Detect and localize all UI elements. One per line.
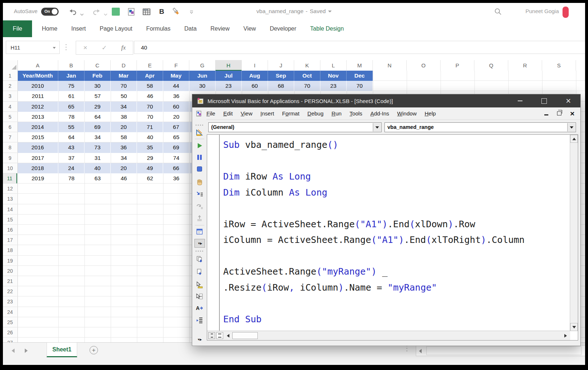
table-cell[interactable]: 44 [163, 81, 189, 91]
row-header-13[interactable]: 13 [3, 194, 17, 204]
column-header-I[interactable]: I [242, 60, 268, 71]
prev-sheet-icon[interactable] [12, 349, 15, 353]
toolbar-grip[interactable] [196, 251, 197, 252]
row-header-15[interactable]: 15 [3, 214, 17, 225]
table-cell[interactable]: 30 [84, 81, 111, 91]
vba-menu-help[interactable]: Help [421, 110, 440, 117]
vba-menu-tools[interactable]: Tools [346, 110, 366, 117]
table-cell[interactable]: 63 [84, 173, 111, 184]
procedure-view-icon[interactable] [208, 332, 215, 339]
vba-menu-insert[interactable]: Insert [256, 110, 278, 117]
cancel-icon[interactable]: × [83, 44, 87, 52]
break-icon[interactable] [195, 153, 204, 162]
row-header-27[interactable]: 27 [3, 338, 17, 342]
table-cell[interactable]: 2018 [17, 163, 58, 173]
table-cell[interactable]: May [163, 71, 189, 81]
row-header-12[interactable]: 12 [3, 184, 17, 194]
row-header-18[interactable]: 18 [3, 245, 17, 255]
tab-page-layout[interactable]: Page Layout [93, 20, 139, 37]
toolbar-options-icon[interactable]: ▼▶ [194, 335, 204, 343]
table-cell[interactable]: Jan [58, 71, 84, 81]
column-header-D[interactable]: D [111, 60, 137, 71]
table-cell[interactable]: 69 [163, 142, 189, 153]
table-cell[interactable]: 70 [137, 112, 163, 122]
tab-file[interactable]: File [3, 20, 32, 37]
table-cell[interactable]: 65 [163, 132, 189, 142]
column-header-B[interactable]: B [58, 60, 84, 71]
toolbar-options-icon[interactable]: ▼▶ [194, 239, 205, 248]
scroll-up-icon[interactable] [570, 135, 578, 143]
table-cell[interactable]: Sep [268, 71, 294, 81]
table-cell[interactable]: 36 [111, 142, 137, 153]
table-cell[interactable]: Dec [347, 71, 373, 81]
table-cell[interactable]: Mar [111, 71, 137, 81]
table-cell[interactable]: 20 [111, 122, 137, 132]
tab-view[interactable]: View [237, 20, 263, 37]
table-cell[interactable]: Oct [294, 71, 320, 81]
row-header-16[interactable]: 16 [3, 225, 17, 235]
column-header-J[interactable]: J [268, 60, 294, 71]
table-cell[interactable]: 2013 [17, 112, 58, 122]
vba-menu-file[interactable]: File [202, 110, 219, 117]
table-cell[interactable]: 71 [137, 122, 163, 132]
table-cell[interactable]: 37 [58, 153, 84, 163]
row-header-14[interactable]: 14 [3, 204, 17, 214]
table-cell[interactable]: 70 [137, 102, 163, 112]
table-cell[interactable]: 70 [294, 81, 320, 91]
locals-window-icon[interactable] [195, 227, 204, 236]
table-cell[interactable]: 69 [84, 122, 111, 132]
minimize-icon[interactable] [518, 101, 522, 101]
vba-menu-run[interactable]: Run [328, 110, 346, 117]
table-cell[interactable]: 57 [84, 91, 111, 101]
table-cell[interactable]: Jun [189, 71, 216, 81]
full-module-view-icon[interactable] [216, 332, 223, 339]
sheet-tab-sheet1[interactable]: Sheet1 [47, 343, 77, 357]
table-cell[interactable]: Aug [242, 71, 268, 81]
vba-menu-window[interactable]: Window [393, 110, 421, 117]
table-cell[interactable]: Apr [137, 71, 163, 81]
table-cell[interactable]: 2015 [17, 132, 58, 142]
table-cell[interactable]: 24 [58, 163, 84, 173]
table-cell[interactable]: 66 [163, 163, 189, 173]
table-cell[interactable]: 64 [84, 112, 111, 122]
table-cell[interactable]: 75 [58, 81, 84, 91]
new-sheet-button[interactable]: + [90, 346, 98, 354]
export-module-icon[interactable] [195, 268, 204, 276]
row-header-22[interactable]: 22 [3, 286, 17, 296]
tab-insert[interactable]: Insert [64, 20, 93, 37]
table-cell[interactable]: 43 [58, 142, 84, 153]
table-cell[interactable]: 49 [137, 163, 163, 173]
table-cell[interactable]: 23 [216, 81, 242, 91]
table-cell[interactable]: 58 [111, 132, 137, 142]
scroll-left-icon[interactable] [419, 349, 422, 353]
scroll-right-icon[interactable] [562, 332, 569, 339]
table-cell[interactable]: 60 [163, 102, 189, 112]
table-cell[interactable]: 2012 [17, 102, 58, 112]
table-cell[interactable]: 40 [137, 132, 163, 142]
table-cell[interactable]: 31 [84, 153, 111, 163]
table-cell[interactable]: 2011 [17, 91, 58, 101]
table-cell[interactable]: 78 [58, 173, 84, 184]
formula-input[interactable]: 40 [134, 41, 585, 54]
name-box[interactable]: H11 [6, 41, 60, 54]
table-cell[interactable]: 38 [111, 112, 137, 122]
column-header-G[interactable]: G [189, 60, 216, 71]
table-cell[interactable]: 2014 [17, 122, 58, 132]
table-cell[interactable]: 34 [84, 132, 111, 142]
table-cell[interactable]: 78 [58, 112, 84, 122]
vba-menu-view[interactable]: View [237, 110, 256, 117]
column-header-K[interactable]: K [294, 60, 320, 71]
row-header-25[interactable]: 25 [3, 317, 17, 327]
tab-data[interactable]: Data [177, 20, 204, 37]
column-header-L[interactable]: L [320, 60, 347, 71]
table-cell[interactable]: Year/Month [17, 71, 58, 81]
table-cell[interactable]: 50 [111, 91, 137, 101]
row-header-23[interactable]: 23 [3, 296, 17, 307]
column-header-E[interactable]: E [137, 60, 163, 71]
row-header-6[interactable]: 6 [3, 122, 17, 132]
table-cell[interactable]: 46 [137, 91, 163, 101]
row-header-20[interactable]: 20 [3, 266, 17, 276]
column-header-N[interactable]: N [373, 60, 407, 71]
tab-developer[interactable]: Developer [263, 20, 303, 37]
row-header-17[interactable]: 17 [3, 235, 17, 245]
